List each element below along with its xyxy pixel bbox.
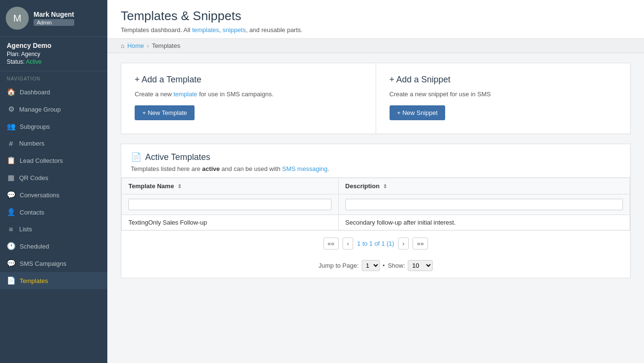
col-description: Description ⇕ [338, 178, 630, 194]
sidebar-item-manage-group[interactable]: ⚙ Manage Group [0, 101, 107, 118]
sidebar-item-label: Subgroups [20, 123, 50, 130]
next-page-button[interactable]: › [398, 238, 409, 250]
sidebar-item-label: Lead Collectors [20, 157, 63, 164]
sort-icon-name[interactable]: ⇕ [177, 183, 182, 189]
plan-value: Agency [21, 51, 40, 57]
breadcrumb-current: Templates [152, 42, 180, 49]
add-snippet-title: + Add a Snippet [390, 75, 617, 85]
manage-group-icon: ⚙ [7, 105, 15, 113]
add-template-title: + Add a Template [135, 75, 362, 85]
sidebar-item-templates[interactable]: 📄 Templates [0, 272, 107, 289]
sidebar-item-label: Scheduled [20, 243, 49, 250]
user-info: Mark Nugent Admin [34, 11, 74, 26]
add-template-desc-suffix: for use in SMS campaigns. [197, 91, 274, 98]
col-template-name: Template Name ⇕ [122, 178, 339, 194]
sidebar-item-numbers[interactable]: # Numbers [0, 135, 107, 152]
sidebar-item-subgroups[interactable]: 👥 Subgroups [0, 118, 107, 135]
sidebar-item-qr-codes[interactable]: ▦ QR Codes [0, 169, 107, 186]
add-snippet-desc: Create a new snippet for use in SMS [390, 91, 617, 98]
home-icon: ⌂ [121, 42, 125, 49]
status-row: Status: Active [7, 58, 101, 65]
section-desc-suffix: and can be used with SMS messaging. [220, 165, 329, 172]
page-subtitle: Templates dashboard. All templates, snip… [121, 26, 631, 34]
subtitle-text: Templates dashboard. All templates, snip… [121, 26, 302, 34]
section-title: 📄 Active Templates [131, 152, 621, 162]
table-row: TextingOnly Sales Follow-up Secondary fo… [122, 215, 630, 230]
table-wrapper: Template Name ⇕ Description ⇕ [121, 178, 630, 230]
add-template-desc-prefix: Create a new [135, 91, 173, 98]
jump-page-select[interactable]: 1 [362, 260, 380, 271]
filter-name-cell [122, 194, 339, 215]
first-page-button[interactable]: «« [323, 238, 339, 250]
sidebar-item-lead-collectors[interactable]: 📋 Lead Collectors [0, 152, 107, 169]
qr-codes-icon: ▦ [7, 173, 15, 182]
cell-template-name: TextingOnly Sales Follow-up [122, 215, 339, 230]
sidebar-item-label: Conversations [20, 192, 59, 199]
sidebar-item-sms-campaigns[interactable]: 💬 SMS Campaigns [0, 255, 107, 272]
add-snippet-card: + Add a Snippet Create a new snippet for… [376, 63, 631, 134]
scheduled-icon: 🕐 [7, 242, 16, 250]
subgroups-icon: 👥 [7, 122, 16, 131]
sms-campaigns-icon: 💬 [7, 259, 16, 268]
templates-link[interactable]: templates [192, 26, 219, 34]
user-name: Mark Nugent [34, 11, 74, 18]
account-name: Agency Demo [7, 42, 101, 49]
filter-desc-input[interactable] [345, 199, 623, 210]
filter-name-input[interactable] [128, 199, 332, 210]
sidebar-item-label: Templates [20, 277, 48, 284]
avatar-char: M [13, 13, 22, 24]
sidebar-item-label: Dashboard [20, 89, 50, 96]
sidebar-item-contacts[interactable]: 👤 Contacts [0, 204, 107, 221]
new-template-button[interactable]: + New Template [135, 105, 195, 120]
sidebar-item-lists[interactable]: ≡ Lists [0, 221, 107, 238]
template-link[interactable]: template [173, 91, 197, 98]
dashboard-icon: 🏠 [7, 88, 16, 96]
sidebar-header: M Mark Nugent Admin [0, 0, 107, 37]
templates-table: Template Name ⇕ Description ⇕ [121, 178, 630, 230]
user-role: Admin [34, 19, 74, 26]
numbers-icon: # [7, 139, 15, 147]
new-snippet-button[interactable]: + New Snippet [390, 105, 446, 120]
section-title-text: Active Templates [145, 152, 210, 162]
add-cards-row: + Add a Template Create a new template f… [121, 63, 631, 134]
show-count-select[interactable]: 10 25 50 100 [408, 260, 433, 271]
sidebar-item-label: Lists [19, 226, 32, 233]
account-info: Agency Demo Plan: Agency Status: Active [0, 37, 107, 71]
sidebar: M Mark Nugent Admin Agency Demo Plan: Ag… [0, 0, 107, 363]
show-separator: • [383, 262, 385, 269]
show-label: Show: [388, 262, 405, 269]
contacts-icon: 👤 [7, 208, 16, 216]
status-value: Active [26, 58, 42, 65]
content-area: + Add a Template Create a new template f… [107, 53, 644, 288]
plan-label: Plan: [7, 51, 20, 57]
sort-icon-desc[interactable]: ⇕ [383, 183, 387, 189]
breadcrumb-home[interactable]: Home [127, 42, 144, 49]
sidebar-item-conversations[interactable]: 💬 Conversations [0, 186, 107, 204]
section-header: 📄 Active Templates Templates listed here… [121, 144, 630, 178]
page-header: Templates & Snippets Templates dashboard… [107, 0, 644, 39]
section-icon: 📄 [131, 152, 141, 162]
jump-label: Jump to Page: [319, 262, 359, 269]
add-snippet-desc-text: Create a new snippet for use in SMS [390, 91, 491, 98]
breadcrumb: ⌂ Home › Templates [107, 39, 644, 53]
page-info: 1 to 1 of 1 (1) [357, 240, 394, 247]
sidebar-item-dashboard[interactable]: 🏠 Dashboard [0, 83, 107, 101]
sidebar-item-label: QR Codes [19, 174, 48, 182]
avatar: M [6, 7, 29, 30]
sidebar-nav: 🏠 Dashboard ⚙ Manage Group 👥 Subgroups #… [0, 83, 107, 289]
sidebar-item-scheduled[interactable]: 🕐 Scheduled [0, 238, 107, 255]
last-page-button[interactable]: »» [413, 238, 428, 250]
snippets-link[interactable]: snippets [222, 26, 245, 34]
add-template-desc: Create a new template for use in SMS cam… [135, 91, 362, 98]
add-template-card: + Add a Template Create a new template f… [121, 63, 376, 134]
page-title: Templates & Snippets [121, 9, 631, 23]
filter-desc-cell [338, 194, 630, 215]
pagination-controls: Jump to Page: 1 • Show: 10 25 50 100 [121, 256, 630, 278]
prev-page-button[interactable]: ‹ [343, 238, 353, 250]
section-desc-prefix: Templates listed here are [131, 165, 202, 172]
lists-icon: ≡ [7, 225, 15, 233]
cell-description: Secondary follow-up after initial intere… [338, 215, 630, 230]
sms-messaging-link[interactable]: SMS messaging [282, 165, 328, 172]
templates-icon: 📄 [7, 276, 16, 285]
nav-section-label: NAVIGATION [0, 71, 107, 83]
